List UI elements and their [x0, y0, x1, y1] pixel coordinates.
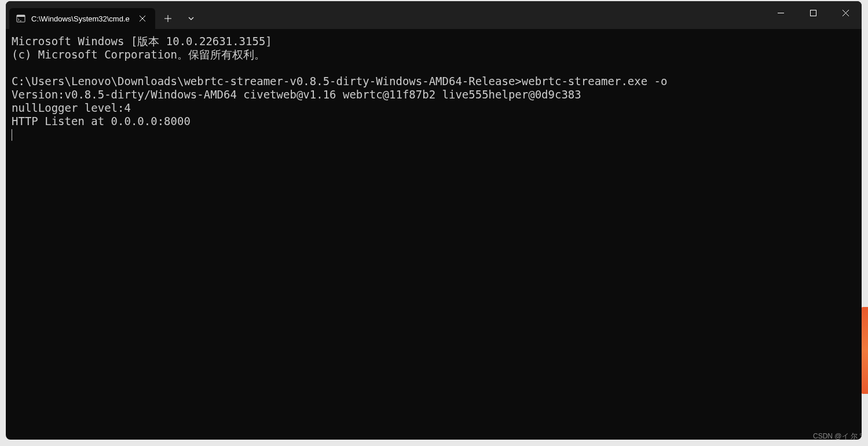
window-controls	[764, 1, 862, 29]
watermark-text: CSDN @イ 尔 °	[813, 432, 862, 441]
text-cursor	[12, 129, 12, 141]
tab-title: C:\Windows\System32\cmd.e	[31, 14, 130, 23]
titlebar[interactable]: C:\Windows\System32\cmd.e	[6, 1, 862, 29]
terminal-window: C:\Windows\System32\cmd.e	[6, 1, 862, 440]
maximize-button[interactable]	[797, 1, 829, 24]
svg-rect-8	[810, 10, 816, 16]
minimize-button[interactable]	[764, 1, 797, 24]
cmd-icon	[16, 14, 25, 23]
terminal-output[interactable]: Microsoft Windows [版本 10.0.22631.3155] (…	[6, 29, 862, 147]
tab-active[interactable]: C:\Windows\System32\cmd.e	[9, 8, 155, 29]
tab-dropdown-button[interactable]	[181, 8, 202, 29]
new-tab-button[interactable]	[158, 8, 178, 29]
close-tab-button[interactable]	[135, 12, 149, 25]
background-decoration	[861, 307, 868, 394]
tabs-region: C:\Windows\System32\cmd.e	[6, 1, 202, 29]
svg-rect-1	[17, 15, 25, 17]
close-window-button[interactable]	[829, 1, 862, 24]
